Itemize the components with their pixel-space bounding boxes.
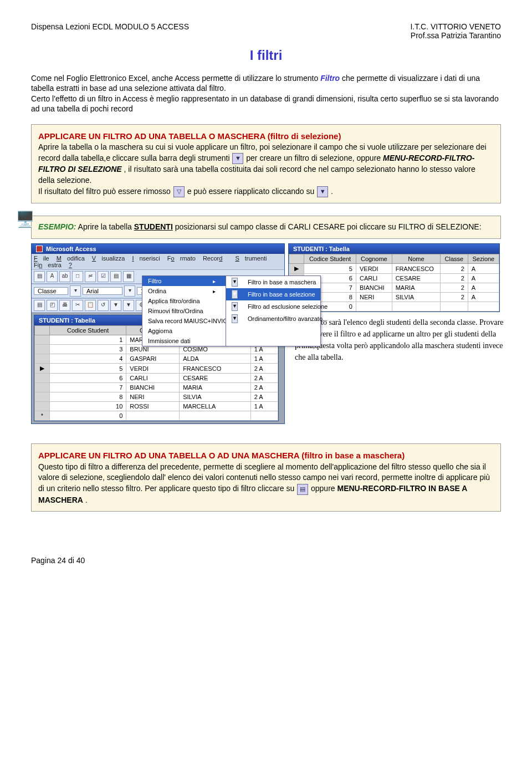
filter-selection-icon: ▼ — [232, 153, 243, 164]
tb-icon[interactable]: ↺ — [98, 300, 109, 311]
menu-item[interactable]: Immissione dati — [142, 336, 226, 346]
table-row[interactable]: ▶5VERDIFRANCESCO2 A — [35, 364, 278, 374]
tb-icon[interactable]: ◰ — [47, 300, 58, 311]
menu-strumenti[interactable]: Strumenti — [235, 255, 267, 262]
table-row[interactable]: 7BIANCHIMARIA2 A — [35, 383, 278, 392]
col-header[interactable]: Codice Student — [50, 326, 126, 335]
tb-icon[interactable]: ▤ — [34, 271, 45, 282]
tb-icon[interactable]: □ — [72, 271, 83, 282]
box1-p2a: Il risultato del filtro può essere rimos… — [38, 187, 173, 196]
field-selector[interactable]: Classe — [34, 287, 68, 295]
col-header[interactable]: Sezione — [468, 254, 499, 264]
menu-help[interactable]: ? — [69, 262, 78, 268]
col-header[interactable]: Cognome — [356, 254, 392, 264]
remove-filter-icon: ▽ — [173, 186, 185, 197]
table-row[interactable]: *0 — [35, 411, 278, 421]
tb-icon[interactable]: 📋 — [85, 300, 96, 311]
page-header: Dispensa Lezioni ECDL MODULO 5 ACCESS I.… — [31, 22, 501, 40]
header-left: Dispensa Lezioni ECDL MODULO 5 ACCESS — [31, 22, 189, 40]
students-filtered-title: STUDENTI : Tabella — [293, 246, 350, 252]
table-header: Codice Student Cognome Nome Classe Sezio… — [289, 254, 499, 264]
header-right-1: I.T.C. VITTORIO VENETO — [410, 22, 501, 31]
intro-p2: Certo l'effetto di un filtro in Access è… — [31, 94, 499, 113]
tb-icon[interactable]: ▼ — [123, 300, 134, 311]
table-row[interactable]: 6CARLICESARE2 A — [35, 374, 278, 383]
table-row[interactable]: 4GASPARIALDA1 A — [35, 354, 278, 364]
filter-by-form-icon: ▤ — [297, 484, 308, 495]
menu-record[interactable]: Record — [203, 255, 228, 262]
access-menubar[interactable]: File Modifica Visualizza Inserisci Forma… — [32, 254, 284, 269]
students-filtered-titlebar: STUDENTI : Tabella — [289, 244, 499, 254]
submenu-item[interactable]: ▼Filtro in base a selezione — [226, 288, 320, 300]
tb-icon[interactable]: ab — [59, 271, 70, 282]
menu-item[interactable]: Filtro▸ — [142, 276, 226, 286]
dropdown-icon[interactable]: ▾ — [124, 285, 135, 297]
tb-icon[interactable]: ✂ — [72, 300, 83, 311]
access-titlebar: Microsoft Access — [32, 244, 284, 254]
menu-modifica[interactable]: Modifica — [57, 255, 85, 262]
intro-p1a: Come nel Foglio Elettronico Excel, anche… — [31, 74, 320, 83]
apply-filter-selection-box: APPLICARE UN FILTRO AD UNA TABELLA O MAS… — [31, 124, 501, 204]
apply-filter-icon: ▼ — [317, 186, 328, 197]
record-menu-overlay: Filtro▸Ordina▸Applica filtro/ordinaRimuo… — [142, 275, 321, 346]
col-header[interactable]: Classe — [441, 254, 468, 264]
record-dropdown[interactable]: Filtro▸Ordina▸Applica filtro/ordinaRimuo… — [142, 275, 226, 346]
box1-p1-after: per creare un filtro di selezione, oppur… — [246, 154, 383, 162]
menu-inserisci[interactable]: Inserisci — [132, 255, 160, 262]
box1-title: APPLICARE UN FILTRO AD UNA TABELLA O MAS… — [38, 130, 494, 142]
filtro-submenu[interactable]: ▼Filtro in base a maschera▼Filtro in bas… — [226, 275, 321, 346]
example-studenti: STUDENTI — [134, 222, 173, 231]
font-selector[interactable]: Arial — [83, 287, 122, 295]
header-right: I.T.C. VITTORIO VENETO Prof.ssa Patrizia… — [410, 22, 501, 40]
col-header[interactable]: Codice Student — [304, 254, 356, 264]
menu-visualizza[interactable]: Visualizza — [92, 255, 125, 262]
students-full-title: STUDENTI : Tabella — [39, 317, 95, 324]
tb-icon[interactable]: A — [47, 271, 58, 282]
tb-icon[interactable]: ☑ — [98, 271, 109, 282]
table-row[interactable]: 10ROSSIMARCELLA1 A — [35, 402, 278, 411]
menu-item[interactable]: Rimuovi filtro/Ordina — [142, 306, 226, 316]
box1-p2c: . — [331, 187, 333, 196]
menu-item[interactable]: Ordina▸ — [142, 286, 226, 296]
intro-filtro-word: Filtro — [320, 74, 340, 83]
menu-formato[interactable]: Formato — [167, 255, 196, 262]
menu-finestra[interactable]: Finestra — [34, 262, 62, 268]
page-footer: Pagina 24 di 40 — [31, 556, 501, 565]
tb-icon[interactable]: ▦ — [123, 271, 134, 282]
example-box: ESEMPIO: Aprire la tabella STUDENTI posi… — [31, 216, 501, 239]
dropdown-icon[interactable]: ▾ — [70, 285, 81, 297]
table-row[interactable]: 8NERISILVIA2 A — [35, 392, 278, 402]
menu-item[interactable]: Applica filtro/ordina — [142, 296, 226, 306]
example-text2: posizionarsi sul campo classe di CARLI C… — [175, 222, 482, 231]
apply-filter-form-box: APPLICARE UN FILTRO AD UNA TABELLA O AD … — [31, 443, 501, 512]
submenu-item[interactable]: ▼Ordinamento/filtro avanzato... — [226, 313, 320, 325]
example-text1: Aprire la tabella — [78, 222, 134, 231]
tb-icon[interactable]: ▼ — [110, 300, 121, 311]
screenshots-area: Microsoft Access File Modifica Visualizz… — [31, 243, 501, 435]
tb-icon[interactable]: ▤ — [110, 271, 121, 282]
page-title: I filtri — [31, 48, 501, 63]
submenu-item[interactable]: ▼Filtro in base a maschera — [226, 276, 320, 288]
menu-file[interactable]: File — [34, 255, 49, 262]
example-decorative-icon: 🖥️ — [16, 210, 35, 228]
menu-item[interactable]: Aggiorna — [142, 326, 226, 336]
esempio-label: ESEMPIO: — [38, 222, 76, 231]
intro-paragraph: Come nel Foglio Elettronico Excel, anche… — [31, 73, 501, 114]
tb-icon[interactable]: ≓ — [85, 271, 96, 282]
tb-icon[interactable]: ▤ — [34, 300, 45, 311]
app-icon — [36, 246, 43, 252]
col-header[interactable]: Nome — [392, 254, 440, 264]
submenu-item[interactable]: ▼Filtro ad esclusione selezione — [226, 300, 320, 313]
header-right-2: Prof.ssa Patrizia Tarantino — [410, 31, 501, 40]
table-row[interactable]: ▶5VERDIFRANCESCO2A — [289, 264, 499, 274]
box2-title: APPLICARE UN FILTRO AD UNA TABELLA O AD … — [38, 450, 494, 461]
box1-p2b: e può essere riapplicato cliccando su — [187, 187, 316, 196]
box2-p1b: oppure — [311, 484, 337, 493]
tb-icon[interactable]: 🖶 — [59, 300, 70, 311]
box2-p1c: . — [85, 496, 88, 504]
access-title-text: Microsoft Access — [46, 246, 96, 252]
menu-item[interactable]: Salva record MAIUSC+INVIO — [142, 316, 226, 326]
